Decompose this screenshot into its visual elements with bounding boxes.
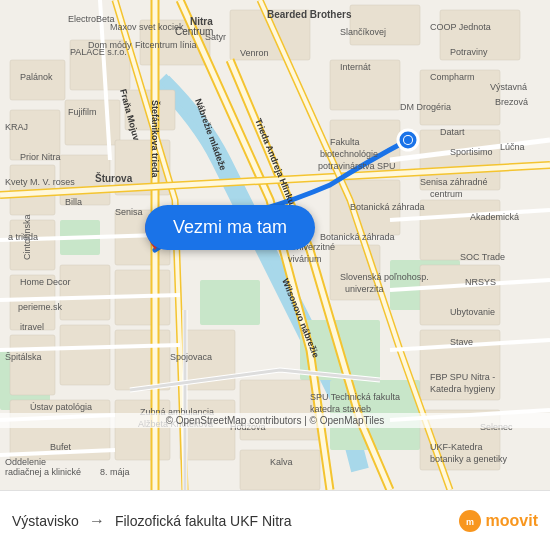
moovit-icon: m xyxy=(458,509,482,533)
svg-rect-22 xyxy=(60,265,110,320)
svg-text:Fakulta: Fakulta xyxy=(330,137,360,147)
svg-text:Brezová: Brezová xyxy=(495,97,528,107)
svg-text:univerzita: univerzita xyxy=(345,284,384,294)
svg-text:Slovenská poľnohosp.: Slovenská poľnohosp. xyxy=(340,272,429,282)
svg-rect-36 xyxy=(420,200,500,260)
svg-text:COOP Jednota: COOP Jednota xyxy=(430,22,491,32)
svg-text:UKF-Katedra: UKF-Katedra xyxy=(430,442,483,452)
svg-text:Internát: Internát xyxy=(340,62,371,72)
to-location: Filozofická fakulta UKF Nitra xyxy=(115,513,292,529)
svg-text:Bearded Brothers: Bearded Brothers xyxy=(267,9,352,20)
map-attribution: © OpenStreetMap contributors | © OpenMap… xyxy=(0,413,550,428)
svg-text:Stave: Stave xyxy=(450,337,473,347)
svg-text:biotechnológie: biotechnológie xyxy=(320,149,378,159)
svg-text:Dom módy: Dom módy xyxy=(88,40,132,50)
svg-text:Home Decor: Home Decor xyxy=(20,277,71,287)
svg-rect-25 xyxy=(60,325,110,385)
svg-text:Venron: Venron xyxy=(240,48,269,58)
svg-text:DM Drogéria: DM Drogéria xyxy=(400,102,451,112)
svg-text:SOC Trade: SOC Trade xyxy=(460,252,505,262)
svg-text:Kalva: Kalva xyxy=(270,457,293,467)
svg-rect-42 xyxy=(240,450,320,490)
svg-text:m: m xyxy=(466,517,474,527)
svg-text:Prior Nitra: Prior Nitra xyxy=(20,152,61,162)
svg-text:ElectroBeta: ElectroBeta xyxy=(68,14,115,24)
svg-text:Maxov svet kociek: Maxov svet kociek xyxy=(110,22,184,32)
svg-text:potravinárstva SPU: potravinárstva SPU xyxy=(318,161,396,171)
svg-rect-19 xyxy=(10,220,55,270)
svg-text:Datart: Datart xyxy=(440,127,465,137)
svg-text:Satyr: Satyr xyxy=(205,32,226,42)
svg-text:Potraviny: Potraviny xyxy=(450,47,488,57)
svg-rect-11 xyxy=(350,5,420,45)
svg-text:vivárium: vivárium xyxy=(288,254,322,264)
svg-text:Štefánikova trieda: Štefánikova trieda xyxy=(150,100,161,179)
svg-text:Ubytovanie: Ubytovanie xyxy=(450,307,495,317)
svg-point-119 xyxy=(404,136,412,144)
svg-text:Ústav patológia: Ústav patológia xyxy=(30,402,92,412)
svg-text:Bufet: Bufet xyxy=(50,442,72,452)
moovit-logo: m moovit xyxy=(458,509,538,533)
svg-text:Fitcentrum línia: Fitcentrum línia xyxy=(135,40,197,50)
svg-text:Botanická záhrada: Botanická záhrada xyxy=(320,232,395,242)
svg-text:Botanická záhrada: Botanická záhrada xyxy=(350,202,425,212)
svg-text:Kvety M. V. roses: Kvety M. V. roses xyxy=(5,177,75,187)
svg-text:Fujifilm: Fujifilm xyxy=(68,107,97,117)
svg-text:Šturova: Šturova xyxy=(95,172,133,184)
svg-text:radiačnej a klinické: radiačnej a klinické xyxy=(5,467,81,477)
map-container: Bearded Brothers Centrum PALACE s.r.o. P… xyxy=(0,0,550,490)
route-button[interactable]: Vezmi ma tam xyxy=(145,205,315,250)
svg-text:NRSYS: NRSYS xyxy=(465,277,496,287)
svg-text:8. mája: 8. mája xyxy=(100,467,130,477)
svg-text:perieme.sk: perieme.sk xyxy=(18,302,63,312)
svg-rect-26 xyxy=(115,330,170,390)
svg-text:Billa: Billa xyxy=(65,197,82,207)
svg-text:Spojovaca: Spojovaca xyxy=(170,352,212,362)
svg-text:botaniky a genetiky: botaniky a genetiky xyxy=(430,454,508,464)
svg-text:Palánok: Palánok xyxy=(20,72,53,82)
svg-text:Slančíkovej: Slančíkovej xyxy=(340,27,386,37)
from-location: Výstavisko xyxy=(12,513,79,529)
svg-text:FBP SPU Nitra -: FBP SPU Nitra - xyxy=(430,372,495,382)
svg-rect-24 xyxy=(10,335,55,395)
svg-text:Nitra: Nitra xyxy=(190,16,213,27)
svg-text:Akademická: Akademická xyxy=(470,212,519,222)
svg-text:Sportisimo: Sportisimo xyxy=(450,147,493,157)
svg-text:centrum: centrum xyxy=(430,189,463,199)
moovit-text: moovit xyxy=(486,512,538,530)
svg-text:a trieda: a trieda xyxy=(8,232,38,242)
bottom-bar: Výstavisko → Filozofická fakulta UKF Nit… xyxy=(0,490,550,550)
svg-rect-2 xyxy=(200,280,260,325)
svg-text:itravel: itravel xyxy=(20,322,44,332)
svg-text:Špitálska: Špitálska xyxy=(5,352,42,362)
svg-text:KRAJ: KRAJ xyxy=(5,122,28,132)
svg-text:Katedra hygieny: Katedra hygieny xyxy=(430,384,496,394)
svg-text:Výstavná: Výstavná xyxy=(490,82,527,92)
svg-text:Lúčna: Lúčna xyxy=(500,142,525,152)
svg-text:Senisa záhradné: Senisa záhradné xyxy=(420,177,488,187)
arrow-icon: → xyxy=(89,512,105,530)
svg-text:Compharm: Compharm xyxy=(430,72,475,82)
svg-text:Senisa: Senisa xyxy=(115,207,143,217)
svg-text:SPU Technická fakulta: SPU Technická fakulta xyxy=(310,392,400,402)
svg-text:Oddelenie: Oddelenie xyxy=(5,457,46,467)
